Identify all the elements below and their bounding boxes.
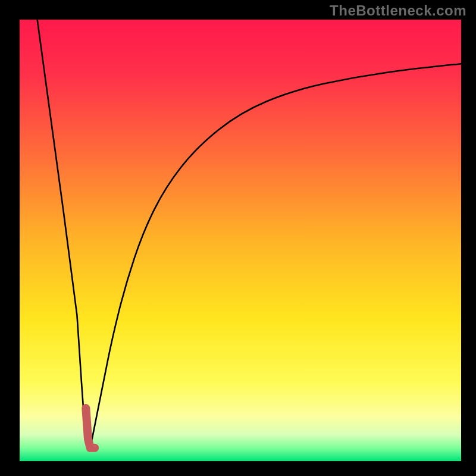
chart-container: TheBottleneck.com: [0, 0, 476, 476]
watermark-text: TheBottleneck.com: [330, 2, 466, 19]
bottleneck-chart: [0, 0, 476, 476]
chart-plot-area: [20, 20, 461, 461]
